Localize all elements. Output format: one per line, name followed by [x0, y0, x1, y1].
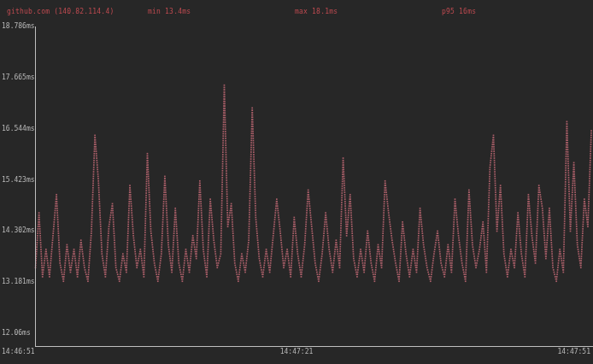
y-axis-tick-label: 13.181ms	[2, 279, 35, 285]
stat-max: max 18.1ms	[295, 8, 338, 16]
stat-max-label: max	[295, 8, 308, 15]
stat-p95-label: p95	[442, 8, 455, 15]
y-axis-tick-label: 15.423ms	[2, 177, 35, 184]
plot-axes-frame	[35, 26, 593, 347]
stat-p95-value: 16ms	[459, 8, 476, 15]
stat-min-label: min	[148, 8, 161, 15]
y-axis-tick-label: 14.302ms	[2, 227, 35, 234]
stat-min-value: 13.4ms	[165, 8, 191, 15]
y-axis-tick-label: 18.786ms	[2, 23, 35, 30]
gping-terminal-window: github.com (140.82.114.4) min 13.4ms max…	[0, 0, 593, 364]
target-host-label: github.com (140.82.114.4)	[7, 8, 114, 16]
x-axis-tick-middle: 14:47:21	[280, 348, 314, 356]
y-axis-tick-label: 16.544ms	[2, 126, 35, 132]
stat-min: min 13.4ms	[148, 8, 191, 16]
stat-max-value: 18.1ms	[312, 8, 338, 15]
x-axis-tick-start: 14:46:51	[2, 348, 35, 356]
stat-p95: p95 16ms	[442, 8, 476, 16]
y-axis-tick-label: 17.665ms	[2, 74, 35, 81]
x-axis-tick-end: 14:47:51	[557, 348, 590, 356]
y-axis-tick-label: 12.06ms	[2, 330, 31, 337]
